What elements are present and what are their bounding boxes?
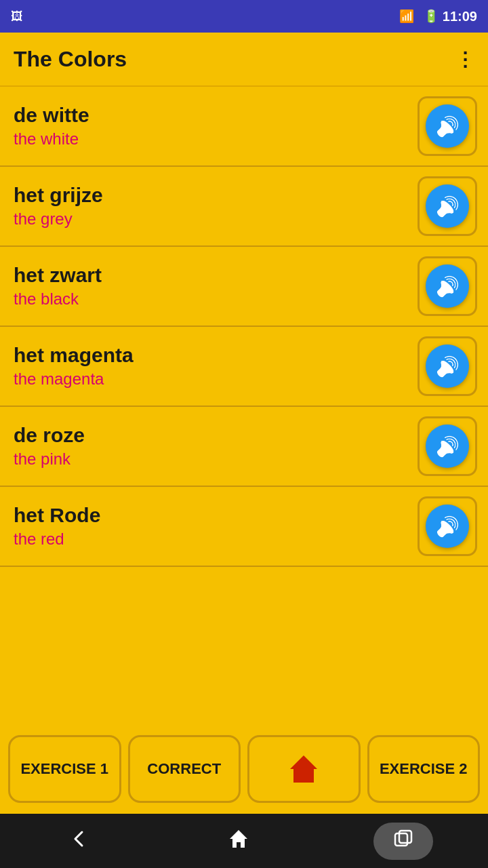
audio-button[interactable]	[418, 256, 477, 316]
word-english: the red	[14, 530, 100, 549]
svg-rect-4	[399, 831, 411, 843]
page-title: The Colors	[14, 47, 127, 72]
status-bar: 🖼 📶 🔋 11:09	[0, 0, 488, 33]
word-dutch: het grijze	[14, 184, 103, 207]
word-item: de roze the pink	[0, 407, 488, 487]
status-left-icons: 🖼	[11, 9, 23, 24]
word-english: the white	[14, 130, 89, 149]
word-item: het magenta the magenta	[0, 327, 488, 407]
signal-icon: 📶	[399, 9, 414, 24]
word-text: het grijze the grey	[14, 184, 103, 229]
android-home-button[interactable]	[214, 821, 263, 861]
svg-marker-2	[230, 830, 247, 848]
speaker-icon	[426, 184, 469, 228]
svg-rect-1	[300, 774, 307, 783]
word-dutch: het zwart	[14, 264, 102, 287]
content-area: de witte the white het grijze the grey h…	[0, 87, 488, 814]
audio-button[interactable]	[418, 176, 477, 236]
word-item: het zwart the black	[0, 247, 488, 327]
word-item: het Rode the red	[0, 487, 488, 567]
word-english: the grey	[14, 210, 103, 229]
word-text: het Rode the red	[14, 504, 100, 549]
word-dutch: de witte	[14, 104, 89, 127]
speaker-icon	[426, 264, 469, 308]
status-time: 11:09	[443, 9, 477, 24]
status-right-icons: 📶 🔋 11:09	[394, 9, 477, 24]
word-text: de roze the pink	[14, 424, 85, 469]
word-text: de witte the white	[14, 104, 89, 149]
word-english: the magenta	[14, 370, 134, 389]
audio-button[interactable]	[418, 336, 477, 396]
speaker-icon	[426, 104, 469, 148]
exercise2-button[interactable]: EXERCISE 2	[367, 735, 481, 803]
image-icon: 🖼	[11, 9, 23, 23]
bottom-buttons: EXERCISE 1 CORRECT EXERCISE 2	[0, 724, 488, 814]
nav-bar	[0, 814, 488, 868]
spacer	[0, 567, 488, 724]
word-dutch: het magenta	[14, 344, 134, 367]
word-dutch: de roze	[14, 424, 85, 447]
word-text: het magenta the magenta	[14, 344, 134, 389]
home-icon	[287, 752, 321, 786]
svg-rect-3	[395, 833, 407, 846]
exercise1-button[interactable]: EXERCISE 1	[8, 735, 121, 803]
speaker-icon	[426, 505, 469, 548]
word-english: the black	[14, 290, 102, 309]
word-item: de witte the white	[0, 87, 488, 167]
menu-button[interactable]: ⋮	[455, 48, 474, 71]
audio-button[interactable]	[418, 96, 477, 156]
recent-apps-button[interactable]	[373, 823, 433, 860]
back-button[interactable]	[55, 821, 104, 861]
audio-button[interactable]	[418, 496, 477, 556]
word-text: het zwart the black	[14, 264, 102, 309]
speaker-icon	[426, 344, 469, 388]
speaker-icon	[426, 425, 469, 468]
word-english: the pink	[14, 450, 85, 469]
word-list: de witte the white het grijze the grey h…	[0, 87, 488, 567]
home-button[interactable]	[247, 735, 361, 803]
correct-button[interactable]: CORRECT	[128, 735, 241, 803]
audio-button[interactable]	[418, 416, 477, 476]
battery-icon: 🔋	[424, 9, 439, 24]
word-item: het grijze the grey	[0, 167, 488, 247]
word-dutch: het Rode	[14, 504, 100, 527]
header: The Colors ⋮	[0, 33, 488, 87]
